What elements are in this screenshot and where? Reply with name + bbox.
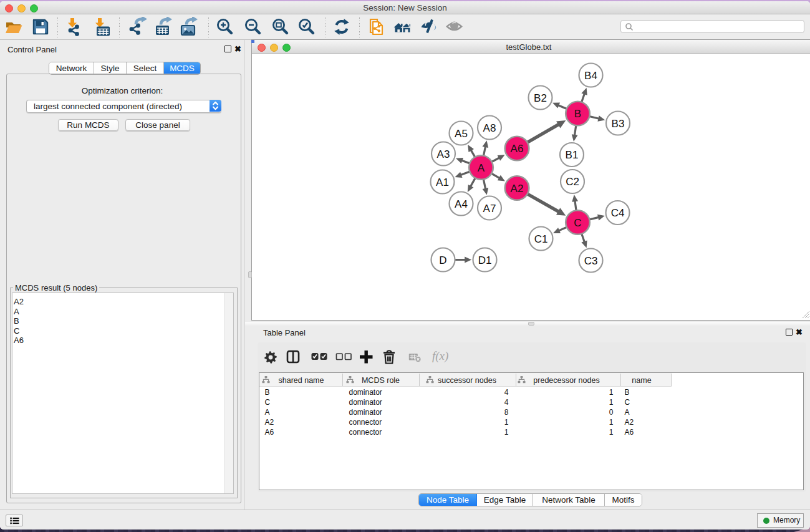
svg-text:A2: A2	[511, 183, 524, 195]
svg-text:B: B	[574, 108, 581, 120]
svg-text:A7: A7	[483, 203, 496, 215]
svg-text:D: D	[439, 254, 446, 266]
svg-text:C3: C3	[584, 255, 598, 267]
svg-text:C: C	[574, 217, 581, 229]
svg-text:C2: C2	[566, 176, 579, 188]
svg-text:C1: C1	[534, 233, 548, 245]
svg-text:B3: B3	[612, 118, 625, 130]
svg-text:A1: A1	[436, 177, 449, 188]
svg-text:A8: A8	[483, 122, 496, 134]
svg-text:A3: A3	[437, 148, 450, 160]
svg-text:B4: B4	[584, 70, 597, 82]
svg-text:C4: C4	[611, 207, 625, 219]
svg-text:A: A	[478, 162, 485, 174]
svg-text:B1: B1	[566, 149, 579, 161]
svg-text:D1: D1	[478, 254, 492, 266]
svg-text:A5: A5	[455, 128, 468, 140]
svg-text:B2: B2	[534, 92, 547, 104]
svg-text:A4: A4	[455, 198, 468, 210]
svg-text:A6: A6	[511, 143, 524, 155]
